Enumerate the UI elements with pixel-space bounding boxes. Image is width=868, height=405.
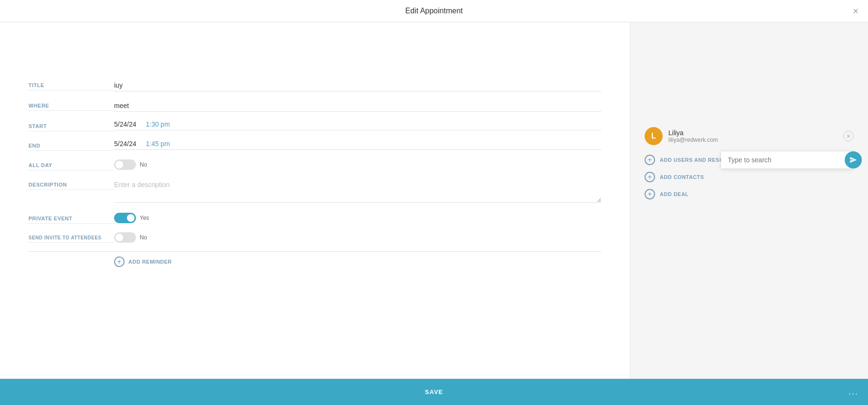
send-invite-toggle-wrapper: No — [114, 232, 601, 243]
form-row-allday: ALL DAY No — [29, 159, 601, 170]
annotation-arrows — [630, 179, 640, 260]
where-input[interactable] — [114, 100, 601, 112]
send-invite-toggle-label: No — [140, 234, 147, 241]
where-value — [114, 100, 601, 112]
add-contacts-label[interactable]: ADD CONTACTS — [660, 174, 704, 180]
search-send-button[interactable] — [845, 151, 862, 168]
add-reminder-icon[interactable]: + — [114, 257, 125, 267]
allday-toggle[interactable] — [114, 159, 136, 170]
modal-overlay: Edit Appointment × TITLE WHERE — [0, 0, 868, 405]
form-row-end: END 5/24/24 1:45 pm — [29, 140, 601, 151]
end-date-time: 5/24/24 1:45 pm — [114, 140, 601, 150]
save-button[interactable]: SAVE — [425, 388, 443, 395]
end-date: 5/24/24 — [114, 140, 136, 148]
modal-footer: SAVE ... — [0, 379, 868, 405]
form-row-where: WHERE — [29, 100, 601, 112]
modal-close-button[interactable]: × — [853, 6, 858, 16]
end-time[interactable]: 1:45 pm — [146, 140, 170, 148]
divider — [29, 251, 601, 252]
send-icon — [849, 156, 857, 164]
private-toggle[interactable] — [114, 213, 136, 223]
edit-appointment-modal: Edit Appointment × TITLE WHERE — [0, 0, 868, 405]
add-users-icon[interactable]: + — [645, 155, 655, 165]
private-label: PRIVATE EVENT — [29, 213, 114, 224]
private-slider — [114, 213, 136, 223]
allday-label: ALL DAY — [29, 159, 114, 170]
modal-body: TITLE WHERE START — [0, 22, 868, 379]
add-deal-icon[interactable]: + — [645, 189, 655, 199]
attendee-avatar: L — [645, 127, 663, 145]
send-invite-value: No — [114, 232, 601, 243]
send-invite-toggle[interactable] — [114, 232, 136, 243]
attendee-remove-button[interactable]: × — [843, 131, 854, 141]
attendee-card: L Liliya liliya@redwerk.com × — [645, 127, 854, 145]
attendee-name: Liliya — [668, 129, 843, 137]
private-toggle-wrapper: Yes — [114, 213, 601, 223]
form-row-description: DESCRIPTION — [29, 179, 601, 204]
description-label: DESCRIPTION — [29, 179, 114, 190]
start-date: 5/24/24 — [114, 120, 136, 128]
title-value — [114, 79, 601, 91]
form-row-private: PRIVATE EVENT Yes — [29, 213, 601, 224]
send-invite-slider — [114, 232, 136, 243]
form-row-start: START 5/24/24 1:30 pm — [29, 120, 601, 131]
left-panel: TITLE WHERE START — [0, 22, 630, 379]
send-invite-label: SEND INVITE TO ATTENDEES — [29, 232, 114, 243]
start-value: 5/24/24 1:30 pm — [114, 120, 601, 130]
modal-title: Edit Appointment — [405, 7, 463, 15]
form-row-send-invite: SEND INVITE TO ATTENDEES No — [29, 232, 601, 243]
where-label: WHERE — [29, 100, 114, 111]
add-contacts-icon[interactable]: + — [645, 172, 655, 182]
form-row-title: TITLE — [29, 79, 601, 91]
private-value: Yes — [114, 213, 601, 223]
add-reminder-label[interactable]: ADD REMINDER — [128, 259, 172, 265]
description-textarea[interactable] — [114, 179, 601, 203]
allday-toggle-wrapper: No — [114, 159, 601, 170]
title-input[interactable] — [114, 79, 601, 91]
end-value: 5/24/24 1:45 pm — [114, 140, 601, 150]
allday-value: No — [114, 159, 601, 170]
add-reminder-row[interactable]: + ADD REMINDER — [114, 257, 601, 267]
start-label: START — [29, 120, 114, 131]
add-deal-row[interactable]: + ADD DEAL — [645, 189, 854, 199]
private-toggle-label: Yes — [140, 215, 149, 221]
start-time[interactable]: 1:30 pm — [146, 120, 170, 128]
search-dropdown — [721, 151, 854, 169]
modal-header: Edit Appointment × — [0, 0, 868, 22]
search-input[interactable] — [721, 151, 845, 168]
start-date-time: 5/24/24 1:30 pm — [114, 120, 601, 130]
allday-toggle-label: No — [140, 161, 147, 168]
right-panel: L Liliya liliya@redwerk.com × + ADD USER… — [630, 22, 868, 379]
attendee-info: Liliya liliya@redwerk.com — [668, 129, 843, 143]
add-deal-label[interactable]: ADD DEAL — [660, 191, 689, 197]
add-contacts-row[interactable]: + ADD CONTACTS — [645, 172, 854, 182]
description-value — [114, 179, 601, 204]
attendee-email: liliya@redwerk.com — [668, 137, 843, 143]
title-label: TITLE — [29, 79, 114, 90]
footer-dots[interactable]: ... — [849, 387, 858, 397]
allday-slider — [114, 159, 136, 170]
end-label: END — [29, 140, 114, 151]
